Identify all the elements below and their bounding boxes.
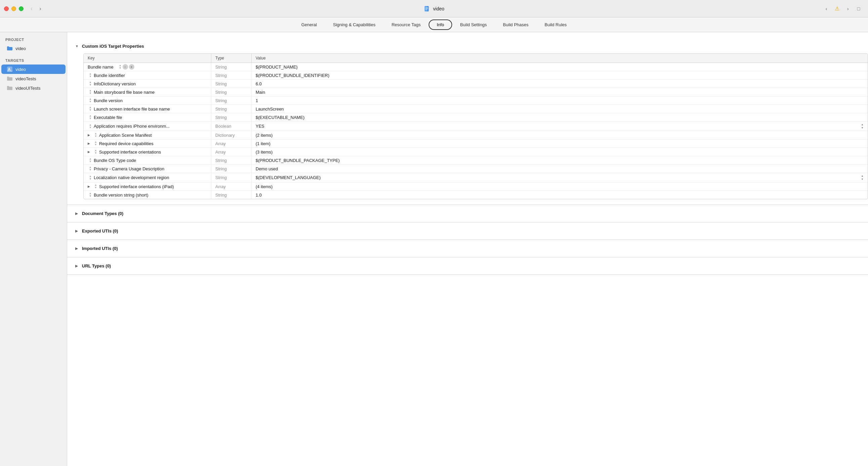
svg-rect-4 [425,9,427,10]
plus-button[interactable]: + [129,64,134,69]
table-row[interactable]: ▲ ▼ Launch screen interface file base na… [84,105,868,113]
forward-nav-icon[interactable]: › [844,5,852,13]
table-row[interactable]: ▶ ▲ ▼ Supported interface orientations (… [84,182,868,191]
disclosure-triangle-export: ▶ [75,229,79,233]
sidebar-item-video[interactable]: A video [1,64,65,74]
type-orientations: Array [211,148,252,156]
table-row[interactable]: ▲ ▼ Bundle OS Type code String $(PRODUCT… [84,156,868,165]
toolbar-right: ‹ ⚠ › □ [822,5,863,13]
traffic-lights [4,6,24,11]
header-key: Key [84,54,211,62]
divider-4 [67,257,868,257]
exported-utis-header[interactable]: ▶ Exported UTIs (0) [67,225,868,237]
project-name: video [16,46,26,51]
document-types-header[interactable]: ▶ Document Types (0) [67,208,868,219]
key-orientations-ipad: ▶ ▲ ▼ Supported interface orientations (… [84,182,211,190]
key-scene-manifest: ▶ ▲ ▼ Application Scene Manifest [84,131,211,139]
key-storyboard: ▲ ▼ Main storyboard file base name [84,88,211,96]
url-types-header[interactable]: ▶ URL Types (0) [67,260,868,272]
table-row[interactable]: ▲ ▼ Bundle version String 1 [84,96,868,105]
boolean-stepper[interactable]: ▲ ▼ [861,123,864,129]
forward-button[interactable]: › [36,5,44,13]
document-types-title: Document Types (0) [82,211,123,216]
nav-arrows: ‹ › [28,5,44,13]
value-executable: $(EXECUTABLE_NAME) [252,113,868,121]
tab-resource-tags[interactable]: Resource Tags [383,20,429,30]
sidebar-item-videotests[interactable]: videoTests [1,74,65,83]
key-bundle-id: ▲ ▼ Bundle identifier [84,71,211,79]
table-row[interactable]: ▶ ▲ ▼ Application Scene Manifest Diction… [84,131,868,139]
url-types-section: ▶ URL Types (0) [67,260,868,272]
window-title: video [424,5,444,12]
value-bundle-id: $(PRODUCT_BUNDLE_IDENTIFIER) [252,71,868,79]
minus-button[interactable]: − [123,64,128,69]
tab-signing[interactable]: Signing & Capabilities [325,20,383,30]
disclosure-triangle: ▼ [75,44,79,48]
back-nav-icon[interactable]: ‹ [822,5,830,13]
target-videotests-name: videoTests [16,76,36,81]
type-scene-manifest: Dictionary [211,131,252,139]
targets-section-label: TARGETS [0,57,67,64]
value-bundle-name: $(PRODUCT_NAME) [252,63,868,71]
sidebar-item-project[interactable]: video [1,44,65,53]
sidebar-item-videouitests[interactable]: videoUITests [1,83,65,93]
key-bundle-name: Bundle name ▲ ▼ − + [84,63,211,71]
key-device-caps: ▶ ▲ ▼ Required device capabilities [84,139,211,148]
type-executable: String [211,113,252,121]
app-target-icon: A [7,66,13,72]
localization-stepper[interactable]: ▲ ▼ [861,175,864,181]
table-row[interactable]: ▲ ▼ Privacy - Camera Usage Description S… [84,165,868,173]
key-orientations: ▶ ▲ ▼ Supported interface orientations [84,148,211,156]
value-localization: $(DEVELOPMENT_LANGUAGE) ▲ ▼ [252,173,868,182]
table-row[interactable]: ▲ ▼ Bundle identifier String $(PRODUCT_B… [84,71,868,80]
table-row[interactable]: ▲ ▼ InfoDictionary version String 6.0 [84,80,868,88]
table-row[interactable]: ▲ ▼ Bundle version string (short) String… [84,191,868,199]
sidebar: PROJECT video TARGETS A video [0,32,67,466]
back-button[interactable]: ‹ [28,5,36,13]
expand-icon[interactable]: ▶ [88,150,91,154]
title-bar: ‹ › video ‹ ⚠ › □ [0,0,868,18]
table-header: Key Type Value [84,54,868,63]
table-row[interactable]: ▲ ▼ Localization native development regi… [84,173,868,182]
table-row[interactable]: ▶ ▲ ▼ Required device capabilities Array… [84,139,868,148]
type-requires-iphone: Boolean [211,122,252,131]
maximize-button[interactable] [19,6,24,11]
close-button[interactable] [4,6,9,11]
warning-icon[interactable]: ⚠ [833,5,841,13]
tab-build-settings[interactable]: Build Settings [452,20,495,30]
divider-5 [67,275,868,275]
value-device-caps: (1 item) [252,139,868,148]
tests-folder-icon [7,75,13,82]
minimize-button[interactable] [11,6,16,11]
project-title: video [433,6,444,11]
value-scene-manifest: (2 items) [252,131,868,139]
svg-rect-2 [425,7,428,8]
type-bundle-id: String [211,71,252,79]
project-folder-icon [7,45,13,52]
sort-arrows: ▲ ▼ [119,64,122,69]
table-row[interactable]: ▲ ▼ Main storyboard file base name Strin… [84,88,868,96]
type-bundle-name: String [211,63,252,71]
split-view-icon[interactable]: □ [855,5,863,13]
key-bundle-version: ▲ ▼ Bundle version [84,96,211,104]
tab-general[interactable]: General [293,20,325,30]
tab-build-rules[interactable]: Build Rules [536,20,575,30]
expand-icon[interactable]: ▶ [88,142,91,145]
value-orientations-ipad: (4 items) [252,182,868,190]
expand-icon[interactable]: ▶ [88,185,91,188]
type-orientations-ipad: Array [211,182,252,190]
table-row[interactable]: ▲ ▼ Executable file String $(EXECUTABLE_… [84,113,868,122]
table-row[interactable]: ▲ ▼ Application requires iPhone environm… [84,122,868,131]
value-launch-screen: LaunchScreen [252,105,868,113]
expand-icon[interactable]: ▶ [88,133,91,137]
table-row[interactable]: Bundle name ▲ ▼ − + String $(PRODUCT_NAM [84,63,868,71]
custom-properties-header[interactable]: ▼ Custom iOS Target Properties [67,40,868,52]
target-videouitests-name: videoUITests [16,86,40,91]
content-area: ▼ Custom iOS Target Properties Key Type … [67,32,868,466]
tab-info[interactable]: Info [429,20,452,30]
tab-build-phases[interactable]: Build Phases [495,20,536,30]
disclosure-triangle-import: ▶ [75,247,79,250]
key-bundle-os: ▲ ▼ Bundle OS Type code [84,156,211,164]
table-row[interactable]: ▶ ▲ ▼ Supported interface orientations A… [84,148,868,156]
imported-utis-header[interactable]: ▶ Imported UTIs (0) [67,243,868,254]
